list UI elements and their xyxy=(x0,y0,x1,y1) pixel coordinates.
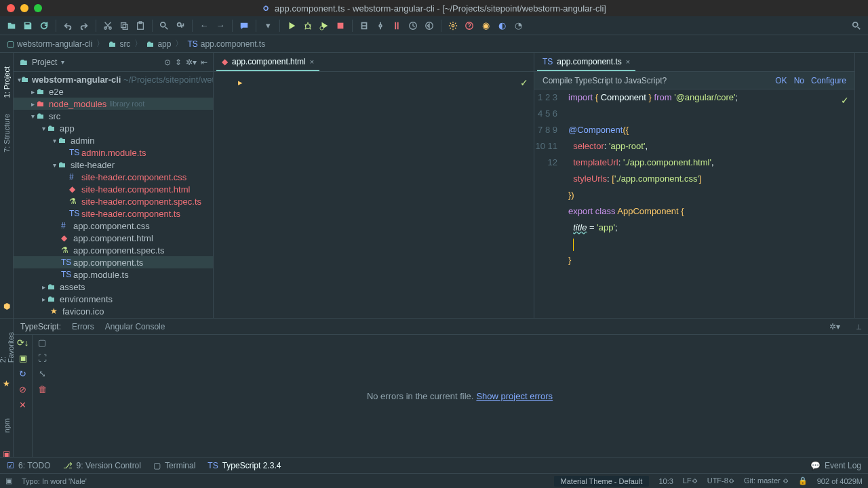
tree-file-app-css[interactable]: #app.component.css xyxy=(14,220,213,232)
tree-file-sh-spec[interactable]: ⚗site-header.component.spec.ts xyxy=(14,195,213,207)
vcs-commit-icon[interactable] xyxy=(373,18,388,33)
sidebar-tab-structure[interactable]: 7: Structure xyxy=(3,114,11,152)
tree-file-admin-module[interactable]: TSadmin.module.ts xyxy=(14,146,213,159)
tree-file-sh-css[interactable]: #site-header.component.css xyxy=(14,171,213,183)
compile-icon[interactable]: ▣ xyxy=(19,353,27,363)
bp-hide-icon[interactable]: ⟂ xyxy=(856,322,861,331)
tree-file-app-html[interactable]: ◆app.component.html xyxy=(14,232,213,244)
vcs-revert-icon[interactable] xyxy=(422,18,437,33)
line-separator[interactable]: LF≎ xyxy=(683,476,698,485)
ide-features-icon[interactable]: ◉ xyxy=(478,18,493,33)
tree-file-favicon[interactable]: ★favicon.ico xyxy=(14,305,213,317)
sidebar-tab-project[interactable]: 1: Project xyxy=(3,66,11,98)
eye-icon[interactable]: ◔ xyxy=(511,18,526,33)
tw-typescript[interactable]: TSTypeScript 2.3.4 xyxy=(208,461,281,470)
save-icon[interactable] xyxy=(20,18,35,33)
rerun-icon[interactable]: ⟳↓ xyxy=(17,338,29,348)
coverage-icon[interactable] xyxy=(317,18,332,33)
run-config-dropdown[interactable]: ▾ xyxy=(260,18,275,33)
caret-position[interactable]: 10:3 xyxy=(658,477,673,485)
tree-file-sh-ts[interactable]: TSsite-header.component.ts xyxy=(14,207,213,220)
cut-icon[interactable] xyxy=(100,18,115,33)
search-everywhere-icon[interactable] xyxy=(849,18,864,33)
bp-settings-icon[interactable]: ✲▾ xyxy=(829,322,840,331)
bp-tab-errors[interactable]: Errors xyxy=(72,322,94,331)
tab-app-component-ts[interactable]: TS app.component.ts × xyxy=(537,54,635,71)
theme-indicator[interactable]: Material Theme - Default xyxy=(554,476,650,487)
bp-tab-angular-console[interactable]: Angular Console xyxy=(105,322,165,331)
memory-indicator[interactable]: 902 of 4029M xyxy=(817,477,863,485)
tree-file-app-ts[interactable]: TSapp.component.ts xyxy=(14,256,213,268)
sidebar-tab-structure-icon[interactable]: ⬢ xyxy=(3,302,10,311)
hide-panel-icon[interactable]: ⇤ xyxy=(201,58,208,67)
forward-icon[interactable]: → xyxy=(213,18,228,33)
window-maximize-button[interactable] xyxy=(34,4,42,12)
tree-file-app-module[interactable]: TSapp.module.ts xyxy=(14,268,213,281)
lock-icon[interactable]: 🔒 xyxy=(798,476,808,485)
close-icon[interactable]: ✕ xyxy=(19,400,26,410)
help-icon[interactable] xyxy=(462,18,477,33)
sidebar-tab-favorites[interactable]: 2: Favorites xyxy=(0,332,15,363)
notification-no-link[interactable]: No xyxy=(794,76,804,85)
refresh-icon[interactable] xyxy=(37,18,52,33)
tab-app-component-html[interactable]: ◆ app.component.html × xyxy=(216,54,319,71)
copy-icon[interactable] xyxy=(117,18,132,33)
replace-icon[interactable] xyxy=(173,18,188,33)
code-area-right[interactable]: 1 2 3 4 5 6 7 8 9 10 11 12 import { Comp… xyxy=(534,89,854,318)
settings-icon[interactable] xyxy=(446,18,460,33)
paste-icon[interactable] xyxy=(133,18,148,33)
tree-folder-node-modules[interactable]: ▸🖿node_moduleslibrary root xyxy=(14,98,213,110)
tree-root[interactable]: ▾🖿webstorm-angular-cli ~/Projects/sitepo… xyxy=(14,73,213,85)
undo-icon[interactable] xyxy=(60,18,75,33)
favorites-star-icon[interactable]: ★ xyxy=(3,379,10,388)
code-area-left[interactable]: ▸ ✓ xyxy=(214,72,534,318)
collapse-icon[interactable]: ⤡ xyxy=(39,369,46,379)
settings-gear-icon[interactable]: ✲▾ xyxy=(186,58,197,67)
debug-icon[interactable] xyxy=(300,18,315,33)
code-content[interactable]: import { Component } from '@angular/core… xyxy=(564,89,848,318)
encoding[interactable]: UTF-8≎ xyxy=(707,476,734,485)
tw-event-log[interactable]: 💬Event Log xyxy=(810,461,861,470)
close-tab-icon[interactable]: × xyxy=(310,58,314,66)
project-tree[interactable]: ▾🖿webstorm-angular-cli ~/Projects/sitepo… xyxy=(14,72,213,318)
tree-folder-src[interactable]: ▾🖿src xyxy=(14,110,213,122)
tw-version-control[interactable]: ⎇9: Version Control xyxy=(63,461,141,470)
restart-icon[interactable]: ↻ xyxy=(19,369,26,379)
expand-all-icon[interactable]: ▢ xyxy=(38,338,46,348)
fullscreen-icon[interactable]: ⛶ xyxy=(38,353,47,363)
show-project-errors-link[interactable]: Show project errors xyxy=(476,391,553,401)
run-icon[interactable] xyxy=(284,18,299,33)
tw-todo[interactable]: ☑6: TODO xyxy=(7,461,51,470)
material-theme-icon[interactable]: ◐ xyxy=(494,18,509,33)
tree-file-app-spec[interactable]: ⚗app.component.spec.ts xyxy=(14,244,213,256)
sidebar-tab-npm[interactable]: npm xyxy=(3,418,11,432)
notification-configure-link[interactable]: Configure xyxy=(811,76,846,85)
find-icon[interactable] xyxy=(157,18,172,33)
close-tab-icon[interactable]: × xyxy=(626,58,630,66)
tw-terminal[interactable]: ▢Terminal xyxy=(153,461,195,470)
vcs-update-icon[interactable] xyxy=(357,18,372,33)
status-toggle-icon[interactable]: ▣ xyxy=(5,476,12,485)
vcs-history-icon[interactable] xyxy=(406,18,420,33)
window-close-button[interactable] xyxy=(7,4,15,12)
tree-folder-admin[interactable]: ▾🖿admin xyxy=(14,134,213,146)
breadcrumb-src[interactable]: 🖿src xyxy=(108,39,130,49)
delete-icon[interactable]: 🗑 xyxy=(38,384,47,394)
breadcrumb-app[interactable]: 🖿app xyxy=(146,39,171,49)
tree-folder-app[interactable]: ▾🖿app xyxy=(14,122,213,134)
breadcrumb-file[interactable]: TSapp.component.ts xyxy=(187,39,265,49)
back-icon[interactable]: ← xyxy=(197,18,212,33)
breadcrumb-project[interactable]: ▢webstorm-angular-cli xyxy=(7,39,92,49)
vcs-push-icon[interactable] xyxy=(389,18,404,33)
chat-icon[interactable] xyxy=(237,18,252,33)
open-icon[interactable] xyxy=(4,18,19,33)
tree-file-sh-html[interactable]: ◆site-header.component.html xyxy=(14,183,213,195)
collapse-all-icon[interactable]: ⇕ xyxy=(175,58,182,67)
stop-icon[interactable] xyxy=(333,18,348,33)
git-branch[interactable]: Git: master ≎ xyxy=(744,476,789,485)
tree-folder-environments[interactable]: ▸🖿environments xyxy=(14,293,213,305)
bp-tab-typescript[interactable]: TypeScript: xyxy=(20,322,61,331)
redo-icon[interactable] xyxy=(77,18,92,33)
error-icon[interactable]: ⊘ xyxy=(19,384,26,394)
tree-folder-site-header[interactable]: ▾🖿site-header xyxy=(14,159,213,171)
